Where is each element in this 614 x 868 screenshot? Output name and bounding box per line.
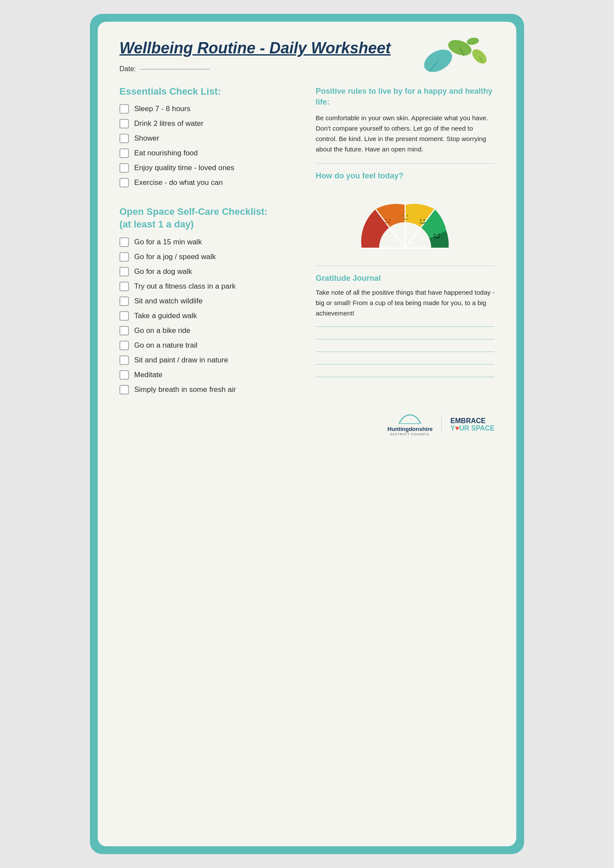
checkbox-quality-time[interactable]	[119, 163, 129, 173]
checklist-text: Try out a fitness class in a park	[134, 282, 236, 291]
hdc-icon	[397, 413, 423, 426]
logo-divider	[441, 416, 442, 433]
list-item: Sit and watch wildlife	[119, 296, 298, 306]
checklist-text: Exercise - do what you can	[134, 178, 223, 187]
checkbox-dog-walk[interactable]	[119, 267, 129, 276]
list-item: Simply breath in some fresh air	[119, 385, 298, 395]
checkbox-bike-ride[interactable]	[119, 326, 129, 335]
list-item: Shower	[119, 134, 298, 143]
checkbox-15min-walk[interactable]	[119, 237, 129, 247]
svg-point-17	[385, 219, 387, 221]
list-item: Go for a jog / speed walk	[119, 252, 298, 262]
checklist-text: Go for a jog / speed walk	[134, 253, 216, 261]
checkbox-food[interactable]	[119, 148, 129, 158]
date-label: Date:	[119, 65, 136, 73]
checkbox-fresh-air[interactable]	[119, 385, 129, 395]
checklist-text: Go on a bike ride	[134, 326, 190, 335]
list-item: Exercise - do what you can	[119, 178, 298, 187]
embrace-logo: EMBRACE Y♥UR SPACE	[450, 417, 495, 432]
checklist-text: Eat nourishing food	[134, 149, 198, 158]
list-item: Take a guided walk	[119, 311, 298, 321]
leaves-decoration	[412, 35, 490, 78]
checkbox-guided-walk[interactable]	[119, 311, 129, 321]
district-council-text: DISTRICT COUNCIL	[390, 432, 430, 436]
list-item: Go on a bike ride	[119, 326, 298, 335]
checkbox-exercise[interactable]	[119, 178, 129, 187]
date-input-line[interactable]	[140, 69, 210, 69]
essentials-title: Essentials Check List:	[119, 86, 298, 97]
footer: Huntingdonshire DISTRICT COUNCIL EMBRACE…	[119, 408, 495, 436]
svg-point-22	[420, 219, 422, 221]
checkbox-fitness-class[interactable]	[119, 282, 129, 291]
svg-point-15	[371, 233, 373, 235]
journal-line-3[interactable]	[316, 352, 495, 352]
journal-line-4[interactable]	[316, 364, 495, 365]
list-item: Sit and paint / draw in nature	[119, 355, 298, 365]
list-item: Sleep 7 - 8 hours	[119, 104, 298, 114]
positive-rules-text: Be comfortable in your own skin. Appreci…	[316, 113, 495, 155]
journal-line-5[interactable]	[316, 377, 495, 377]
divider	[316, 163, 495, 164]
main-columns: Essentials Check List: Sleep 7 - 8 hours…	[119, 86, 495, 400]
checklist-text: Enjoy quality time - loved ones	[134, 164, 234, 172]
huntingdonshire-text: Huntingdonshire	[387, 426, 432, 432]
checklist-text: Sit and paint / draw in nature	[134, 356, 228, 365]
checkbox-meditate[interactable]	[119, 370, 129, 380]
checklist-text: Meditate	[134, 371, 162, 379]
checkbox-water[interactable]	[119, 119, 129, 128]
checkbox-paint-draw[interactable]	[119, 355, 129, 365]
right-column: Positive rules to live by for a happy an…	[316, 86, 495, 400]
list-item: Go for a dog walk	[119, 267, 298, 276]
essentials-checklist: Sleep 7 - 8 hours Drink 2 litres of wate…	[119, 104, 298, 187]
journal-line-2[interactable]	[316, 339, 495, 339]
mood-meter-svg[interactable]	[344, 187, 466, 257]
checkbox-wildlife[interactable]	[119, 296, 129, 306]
huntingdonshire-logo: Huntingdonshire DISTRICT COUNCIL	[387, 413, 432, 436]
divider-2	[316, 266, 495, 266]
svg-point-6	[466, 37, 479, 46]
open-space-title: Open Space Self-Care Checklist: (at leas…	[119, 206, 298, 230]
svg-point-24	[434, 233, 436, 235]
checkbox-sleep[interactable]	[119, 104, 129, 114]
open-space-checklist: Go for a 15 min walk Go for a jog / spee…	[119, 237, 298, 395]
list-item: Meditate	[119, 370, 298, 380]
checklist-text: Sleep 7 - 8 hours	[134, 105, 190, 113]
list-item: Go on a nature trail	[119, 341, 298, 350]
gratitude-text: Take note of all the positive things tha…	[316, 287, 495, 319]
embrace-text: EMBRACE	[450, 417, 495, 425]
checklist-text: Go on a nature trail	[134, 341, 198, 350]
page-inner: Wellbeing Routine - Daily Worksheet Date…	[98, 22, 516, 846]
your-space-text: Y♥UR SPACE	[450, 424, 495, 432]
list-item: Go for a 15 min walk	[119, 237, 298, 247]
page-wrapper: Wellbeing Routine - Daily Worksheet Date…	[90, 14, 524, 854]
checklist-text: Go for a dog walk	[134, 267, 192, 276]
feel-today-title: How do you feel today?	[316, 171, 495, 181]
list-item: Eat nourishing food	[119, 148, 298, 158]
checkbox-jog[interactable]	[119, 252, 129, 262]
left-column: Essentials Check List: Sleep 7 - 8 hours…	[119, 86, 298, 400]
checklist-text: Drink 2 litres of water	[134, 119, 204, 128]
svg-point-23	[423, 219, 425, 221]
list-item: Try out a fitness class in a park	[119, 282, 298, 291]
checklist-text: Shower	[134, 134, 159, 143]
checklist-text: Simply breath in some fresh air	[134, 385, 236, 394]
checklist-text: Go for a 15 min walk	[134, 238, 202, 247]
checkbox-nature-trail[interactable]	[119, 341, 129, 350]
checklist-text: Sit and watch wildlife	[134, 297, 203, 306]
positive-rules-title: Positive rules to live by for a happy an…	[316, 86, 495, 108]
checkbox-shower[interactable]	[119, 134, 129, 143]
journal-line-1[interactable]	[316, 326, 495, 327]
list-item: Enjoy quality time - loved ones	[119, 163, 298, 173]
svg-point-18	[389, 219, 390, 221]
list-item: Drink 2 litres of water	[119, 119, 298, 128]
svg-point-16	[375, 233, 377, 235]
svg-point-25	[438, 233, 440, 235]
gratitude-title: Gratitude Journal	[316, 274, 495, 283]
checklist-text: Take a guided walk	[134, 312, 197, 320]
mood-meter	[316, 187, 495, 257]
svg-point-19	[402, 215, 404, 217]
svg-point-20	[406, 215, 408, 217]
